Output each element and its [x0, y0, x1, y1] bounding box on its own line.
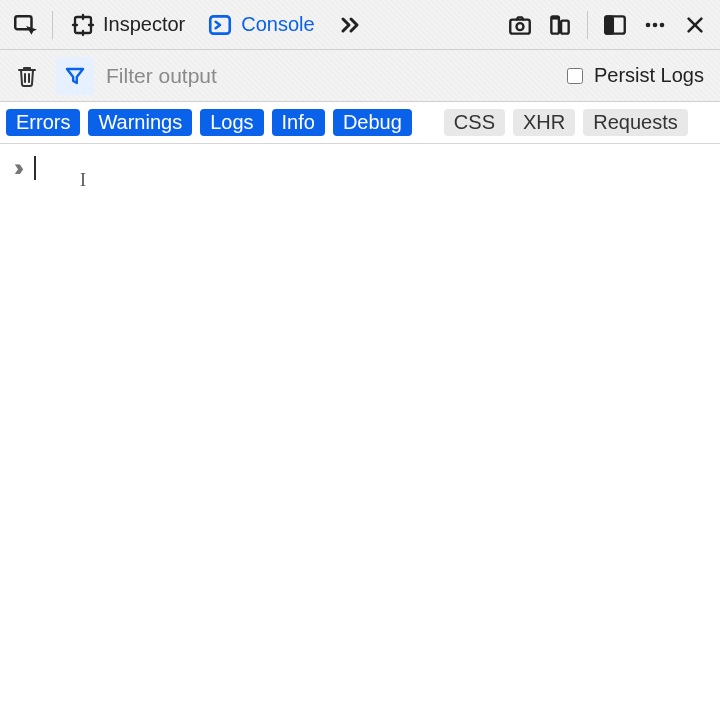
pick-element-icon[interactable] — [6, 6, 44, 44]
filter-logs[interactable]: Logs — [200, 109, 263, 136]
filter-css[interactable]: CSS — [444, 109, 505, 136]
clear-console-icon[interactable] — [8, 57, 46, 95]
persist-logs-checkbox[interactable] — [567, 68, 583, 84]
filter-warnings[interactable]: Warnings — [88, 109, 192, 136]
close-devtools-icon[interactable] — [676, 6, 714, 44]
text-caret — [34, 156, 36, 180]
svg-rect-10 — [561, 20, 569, 33]
separator — [52, 11, 53, 39]
console-prompt[interactable]: ›› — [14, 154, 36, 182]
dock-side-icon[interactable] — [596, 6, 634, 44]
filter-xhr[interactable]: XHR — [513, 109, 575, 136]
svg-point-8 — [517, 23, 524, 30]
console-category-bar: Errors Warnings Logs Info Debug CSS XHR … — [0, 102, 720, 144]
overflow-tabs-icon[interactable] — [331, 6, 369, 44]
kebab-menu-icon[interactable] — [636, 6, 674, 44]
persist-logs-toggle[interactable]: Persist Logs — [563, 64, 712, 87]
svg-point-14 — [653, 22, 658, 27]
console-filterbar: Persist Logs — [0, 50, 720, 102]
tab-inspector-label: Inspector — [103, 13, 185, 36]
screenshot-icon[interactable] — [501, 6, 539, 44]
filter-info[interactable]: Info — [272, 109, 325, 136]
console-icon — [207, 12, 233, 38]
text-cursor-icon: I — [80, 170, 86, 191]
svg-point-13 — [646, 22, 651, 27]
responsive-design-icon[interactable] — [541, 6, 579, 44]
tab-console[interactable]: Console — [197, 6, 324, 44]
prompt-chevron-icon: ›› — [14, 154, 18, 182]
svg-point-15 — [660, 22, 665, 27]
filter-debug[interactable]: Debug — [333, 109, 412, 136]
svg-rect-7 — [510, 19, 530, 33]
svg-rect-12 — [605, 16, 613, 33]
tab-console-label: Console — [241, 13, 314, 36]
console-output-area[interactable]: ›› I — [0, 144, 720, 701]
persist-logs-label: Persist Logs — [594, 64, 704, 87]
filter-output-input[interactable] — [104, 50, 553, 101]
filter-toggle-icon[interactable] — [56, 57, 94, 95]
inspector-icon — [71, 13, 95, 37]
tab-inspector[interactable]: Inspector — [61, 7, 195, 43]
filter-requests[interactable]: Requests — [583, 109, 688, 136]
devtools-tabbar: Inspector Console — [0, 0, 720, 50]
filter-errors[interactable]: Errors — [6, 109, 80, 136]
separator — [587, 11, 588, 39]
